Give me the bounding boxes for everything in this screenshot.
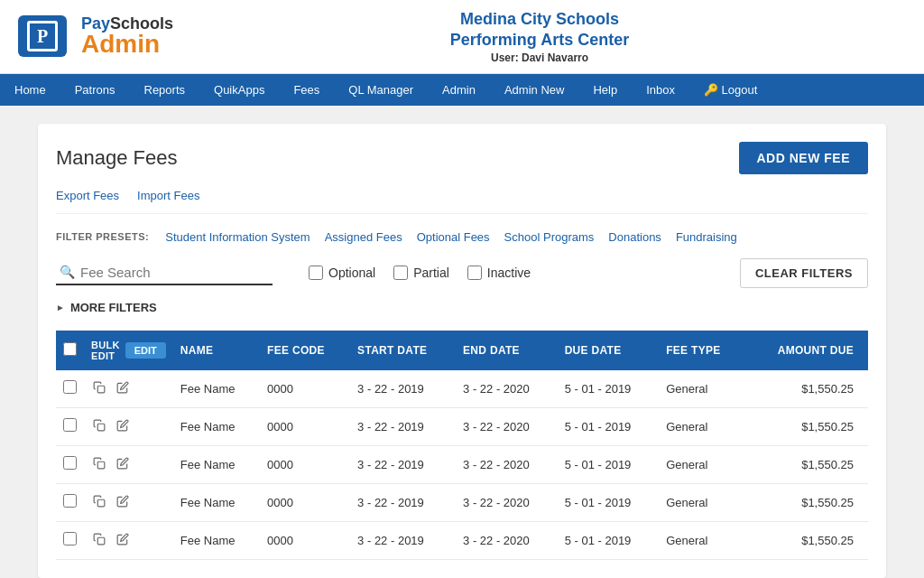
copy-icon-3[interactable]: [91, 493, 107, 512]
more-filters-row[interactable]: ► MORE FILTERS: [56, 297, 868, 318]
nav-reports[interactable]: Reports: [130, 74, 200, 106]
row-due-date: 5 - 01 - 2019: [558, 521, 660, 559]
row-fee-code: 0000: [260, 483, 350, 521]
svg-rect-1: [97, 424, 105, 431]
table-row: Fee Name 0000 3 - 22 - 2019 3 - 22 - 202…: [56, 521, 868, 559]
row-fee-code: 0000: [260, 370, 350, 408]
svg-rect-4: [97, 537, 105, 545]
card-header: Manage Fees ADD NEW FEE: [56, 142, 868, 174]
preset-school-programs[interactable]: School Programs: [499, 228, 600, 246]
fee-search-input[interactable]: [80, 265, 261, 280]
select-all-checkbox[interactable]: [63, 342, 77, 356]
row-amount-due: $1,550.25: [745, 445, 868, 483]
row-end-date: 3 - 22 - 2020: [456, 483, 558, 521]
copy-icon-2[interactable]: [91, 455, 107, 474]
row-checkbox-0[interactable]: [63, 380, 77, 394]
table-header-row: BULK EDIT EDIT NAME FEE CODE START DATE …: [56, 331, 868, 370]
row-due-date: 5 - 01 - 2019: [558, 370, 660, 408]
row-fee-type: General: [659, 370, 745, 408]
copy-icon-1[interactable]: [91, 417, 107, 436]
row-start-date: 3 - 22 - 2019: [350, 445, 456, 483]
inactive-checkbox-item: Inactive: [467, 266, 531, 280]
row-start-date: 3 - 22 - 2019: [350, 483, 456, 521]
nav-admin-new[interactable]: Admin New: [490, 74, 578, 106]
nav-home[interactable]: Home: [0, 74, 60, 106]
fees-table: BULK EDIT EDIT NAME FEE CODE START DATE …: [56, 331, 868, 560]
edit-icon-0[interactable]: [115, 379, 131, 398]
preset-student-information-system[interactable]: Student Information System: [160, 228, 315, 246]
optional-label[interactable]: Optional: [328, 266, 375, 280]
row-actions: [91, 379, 166, 398]
row-checkbox-cell: [56, 521, 84, 559]
row-fee-code: 0000: [260, 445, 350, 483]
nav-patrons[interactable]: Patrons: [60, 74, 130, 106]
partial-label[interactable]: Partial: [413, 266, 449, 280]
copy-icon-4[interactable]: [91, 531, 107, 550]
row-actions: [91, 531, 166, 550]
edit-icon-4[interactable]: [115, 531, 131, 550]
table-body: Fee Name 0000 3 - 22 - 2019 3 - 22 - 202…: [56, 370, 868, 560]
header-due-date: DUE DATE: [558, 331, 660, 370]
main-nav: Home Patrons Reports QuikApps Fees QL Ma…: [0, 74, 924, 106]
header-center: Medina City Schools Performing Arts Cent…: [173, 9, 906, 64]
row-checkbox-3[interactable]: [63, 494, 77, 508]
header-fee-type: FEE TYPE: [659, 331, 745, 370]
partial-checkbox[interactable]: [393, 266, 408, 280]
row-name: Fee Name: [173, 407, 260, 445]
row-checkbox-2[interactable]: [63, 456, 77, 470]
row-fee-type: General: [659, 483, 745, 521]
logo-area: P PaySchools Admin: [18, 15, 173, 57]
row-end-date: 3 - 22 - 2020: [456, 407, 558, 445]
row-checkbox-4[interactable]: [63, 532, 77, 545]
header-bulk-edit-col: BULK EDIT EDIT: [84, 331, 173, 370]
inactive-label[interactable]: Inactive: [487, 266, 531, 280]
nav-logout[interactable]: 🔑 Logout: [689, 74, 772, 106]
edit-button[interactable]: EDIT: [125, 342, 166, 359]
row-end-date: 3 - 22 - 2020: [456, 521, 558, 559]
copy-icon-0[interactable]: [91, 379, 107, 398]
nav-fees[interactable]: Fees: [279, 74, 334, 106]
row-fee-type: General: [659, 521, 745, 559]
svg-rect-0: [97, 386, 105, 393]
row-start-date: 3 - 22 - 2019: [350, 370, 456, 408]
table-row: Fee Name 0000 3 - 22 - 2019 3 - 22 - 202…: [56, 370, 868, 408]
nav-admin[interactable]: Admin: [428, 74, 490, 106]
edit-icon-3[interactable]: [115, 493, 131, 512]
edit-icon-1[interactable]: [115, 417, 131, 436]
row-actions-cell: [84, 370, 173, 408]
row-name: Fee Name: [173, 445, 260, 483]
row-amount-due: $1,550.25: [745, 407, 868, 445]
table-row: Fee Name 0000 3 - 22 - 2019 3 - 22 - 202…: [56, 445, 868, 483]
nav-ql-manager[interactable]: QL Manager: [334, 74, 428, 106]
preset-optional-fees[interactable]: Optional Fees: [411, 228, 495, 246]
filter-presets-label: FILTER PRESETS:: [56, 231, 149, 242]
clear-filters-button[interactable]: CLEAR FILTERS: [740, 258, 868, 288]
row-actions-cell: [84, 521, 173, 559]
optional-checkbox[interactable]: [309, 266, 323, 280]
preset-assigned-fees[interactable]: Assigned Fees: [319, 228, 408, 246]
nav-quikapps[interactable]: QuikApps: [199, 74, 279, 106]
import-fees-link[interactable]: Import Fees: [137, 189, 199, 202]
header-checkbox-col: [56, 331, 84, 370]
logo-icon: P: [18, 15, 67, 57]
edit-icon-2[interactable]: [115, 455, 131, 474]
row-start-date: 3 - 22 - 2019: [350, 521, 456, 559]
nav-help[interactable]: Help: [578, 74, 632, 106]
row-start-date: 3 - 22 - 2019: [350, 407, 456, 445]
add-new-fee-button[interactable]: ADD NEW FEE: [739, 142, 869, 174]
row-checkbox-1[interactable]: [63, 418, 77, 432]
row-checkbox-cell: [56, 483, 84, 521]
chevron-right-icon: ►: [56, 303, 65, 312]
preset-donations[interactable]: Donations: [603, 228, 667, 246]
preset-fundraising[interactable]: Fundraising: [670, 228, 743, 246]
nav-inbox[interactable]: Inbox: [632, 74, 689, 106]
optional-checkbox-item: Optional: [309, 266, 375, 280]
school-name: Medina City Schools Performing Arts Cent…: [173, 9, 906, 51]
row-checkbox-cell: [56, 445, 84, 483]
inactive-checkbox[interactable]: [467, 266, 482, 280]
row-fee-code: 0000: [260, 407, 350, 445]
checkbox-group: Optional Partial Inactive: [309, 266, 531, 280]
page-title: Manage Fees: [56, 146, 178, 170]
row-fee-type: General: [659, 407, 745, 445]
export-fees-link[interactable]: Export Fees: [56, 189, 119, 202]
